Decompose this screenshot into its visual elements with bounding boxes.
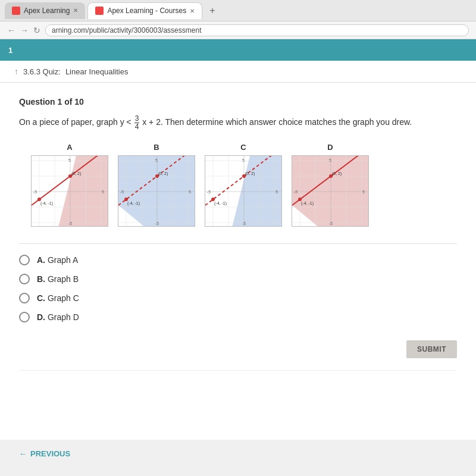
answer-label-c: C. Graph C: [37, 293, 79, 303]
answer-option-d[interactable]: D. Graph D: [19, 312, 457, 322]
graph-svg-b: (0, 2) (-4, -1) 5 -5 5 -5: [118, 156, 195, 227]
svg-text:-5: -5: [120, 190, 124, 194]
svg-text:5: 5: [242, 158, 245, 162]
tab-label-2: Apex Learning - Courses: [107, 7, 186, 15]
previous-link[interactable]: ← PREVIOUS: [0, 440, 476, 468]
graph-label-b: B: [154, 143, 159, 152]
fraction-denominator: 4: [134, 123, 140, 131]
question-text-after: x + 2. Then determine which answer choic…: [142, 117, 412, 127]
section-bar: 1: [0, 39, 476, 61]
answer-option-a[interactable]: A. Graph A: [19, 255, 457, 265]
graph-canvas-c: (0, 2) (-4, -1) 5 -5 5 -5: [205, 155, 282, 227]
svg-text:(0, 2): (0, 2): [332, 171, 342, 176]
svg-text:-5: -5: [33, 190, 37, 194]
radio-c[interactable]: [19, 293, 30, 303]
main-content: Question 1 of 10 On a piece of paper, gr…: [0, 83, 476, 440]
svg-text:(0, 2): (0, 2): [245, 171, 255, 176]
tab-close-1[interactable]: ✕: [73, 7, 78, 14]
quiz-title: Linear Inequalities: [65, 67, 129, 76]
fraction: 3 4: [134, 115, 140, 131]
quiz-header: ↑ 3.6.3 Quiz: Linear Inequalities: [0, 61, 476, 83]
question-text: On a piece of paper, graph y < 3 4 x + 2…: [19, 115, 457, 131]
add-tab-button[interactable]: +: [205, 5, 220, 16]
submit-button[interactable]: SUBMIT: [406, 340, 457, 358]
graph-item-d: D: [292, 143, 369, 227]
graph-item-c: C: [205, 143, 282, 227]
browser-chrome: Apex Learning ✕ Apex Learning - Courses …: [0, 0, 476, 21]
svg-text:-5: -5: [207, 190, 211, 194]
svg-text:-5: -5: [155, 221, 159, 226]
svg-text:-5: -5: [68, 221, 72, 226]
svg-text:(-4, -1): (-4, -1): [214, 201, 227, 206]
submit-area: SUBMIT: [19, 340, 457, 371]
radio-b[interactable]: [19, 274, 30, 284]
address-bar: ← → ↻ arning.com/public/activity/3006003…: [0, 21, 476, 39]
svg-text:(0, 2): (0, 2): [158, 171, 168, 176]
graph-canvas-a: (0, 2) (-4, -1) 5 -5 5 -5: [31, 155, 108, 227]
reload-icon[interactable]: ↻: [33, 26, 40, 35]
graph-canvas-d: (0, 2) (-4, -1) 5 -5 5 -5: [292, 155, 369, 227]
tab-apex-learning[interactable]: Apex Learning ✕: [5, 2, 85, 19]
svg-text:5: 5: [155, 158, 158, 162]
graph-svg-d: (0, 2) (-4, -1) 5 -5 5 -5: [292, 156, 369, 227]
svg-text:5: 5: [102, 190, 104, 194]
svg-text:-5: -5: [294, 190, 298, 194]
graphs-container: A: [19, 143, 457, 227]
svg-text:5: 5: [189, 190, 191, 194]
tab-apex-learning-courses[interactable]: Apex Learning - Courses ✕: [87, 2, 202, 19]
quiz-breadcrumb: 3.6.3 Quiz:: [23, 67, 61, 76]
tab-icon-1: [12, 7, 20, 15]
graph-canvas-b: (0, 2) (-4, -1) 5 -5 5 -5: [118, 155, 195, 227]
previous-label: PREVIOUS: [30, 449, 70, 458]
question-text-before: On a piece of paper, graph y <: [19, 117, 131, 127]
svg-text:5: 5: [329, 158, 331, 162]
graph-item-b: B: [118, 143, 195, 227]
svg-text:(-4, -1): (-4, -1): [301, 201, 314, 206]
answer-option-b[interactable]: B. Graph B: [19, 274, 457, 284]
graph-item-a: A: [31, 143, 108, 227]
graph-label-a: A: [67, 143, 72, 152]
svg-text:(-4, -1): (-4, -1): [127, 201, 140, 206]
svg-text:(0, 2): (0, 2): [71, 171, 81, 176]
question-number: Question 1 of 10: [19, 97, 457, 107]
tab-close-2[interactable]: ✕: [190, 8, 195, 14]
answer-label-a: A. Graph A: [37, 255, 78, 265]
svg-text:5: 5: [362, 190, 365, 194]
svg-text:5: 5: [275, 190, 278, 194]
svg-text:5: 5: [68, 158, 71, 162]
radio-a[interactable]: [19, 255, 30, 265]
graph-svg-c: (0, 2) (-4, -1) 5 -5 5 -5: [205, 156, 282, 227]
svg-text:-5: -5: [242, 221, 246, 226]
graph-label-c: C: [240, 143, 246, 152]
previous-arrow-icon: ←: [19, 449, 27, 458]
back-icon[interactable]: ←: [7, 26, 15, 35]
address-input[interactable]: arning.com/public/activity/3006003/asses…: [45, 24, 469, 36]
svg-marker-60: [292, 156, 369, 227]
radio-d[interactable]: [19, 312, 30, 322]
upload-icon: ↑: [14, 67, 18, 76]
answer-option-c[interactable]: C. Graph C: [19, 293, 457, 303]
svg-text:(-4, -1): (-4, -1): [40, 201, 53, 206]
svg-text:-5: -5: [329, 221, 333, 226]
section-number: 1: [8, 46, 12, 55]
answer-label-b: B. Graph B: [37, 274, 79, 284]
tab-icon-2: [95, 7, 104, 15]
graph-label-d: D: [327, 143, 333, 152]
answer-label-d: D. Graph D: [37, 312, 79, 322]
fraction-numerator: 3: [134, 115, 140, 123]
answer-section: A. Graph A B. Graph B C. Graph C D. Grap…: [19, 243, 457, 322]
graph-svg-a: (0, 2) (-4, -1) 5 -5 5 -5: [32, 156, 108, 227]
tab-label-1: Apex Learning: [24, 7, 70, 15]
forward-icon[interactable]: →: [20, 26, 29, 35]
svg-marker-20: [118, 156, 195, 227]
